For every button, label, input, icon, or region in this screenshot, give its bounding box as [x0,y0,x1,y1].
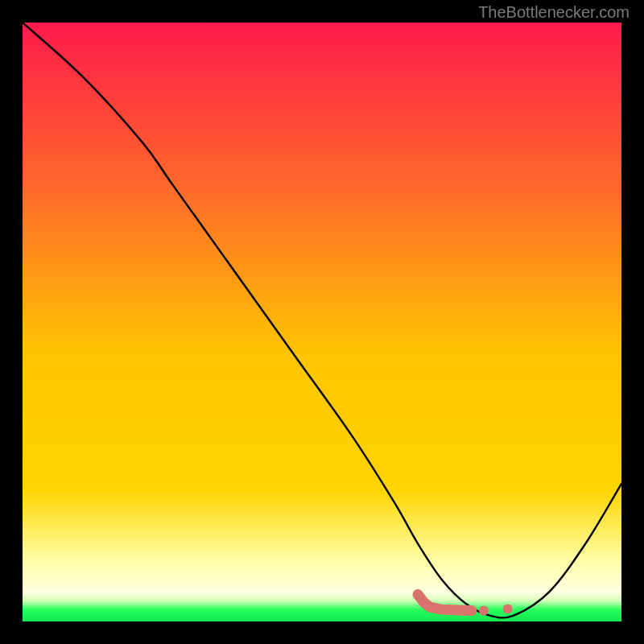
plot-frame [23,23,621,621]
gradient-background [23,23,621,621]
marker-dot [479,606,489,616]
chart-svg [23,23,621,621]
marker-dot [503,604,513,613]
watermark-text: TheBottlenecker.com [478,3,630,22]
plot-area [23,23,621,621]
